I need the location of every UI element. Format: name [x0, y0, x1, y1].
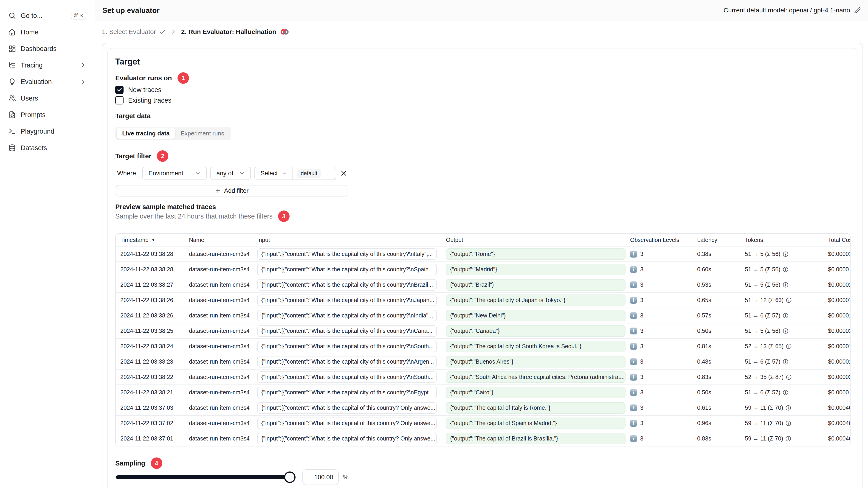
- breadcrumb-step-2-label: 2. Run Evaluator: Hallucination: [181, 28, 276, 36]
- sidebar-item-label: Dashboards: [21, 45, 57, 53]
- column-header-observation-levels[interactable]: Observation Levels: [625, 237, 692, 243]
- table-row[interactable]: 2024-11-22 03:37:02dataset-run-item-cm3s…: [116, 415, 850, 431]
- cell-total-cost: $0.00046 (: [824, 404, 850, 411]
- output-box: {"output":"Rome"}: [446, 248, 625, 260]
- existing-traces-checkbox[interactable]: [115, 96, 124, 104]
- column-header-total-cost[interactable]: Total Cost: [824, 237, 850, 243]
- cell-total-cost: $0.00046 (: [824, 435, 850, 442]
- sampling-section: Sampling 4: [115, 457, 162, 469]
- sidebar-item-playground[interactable]: Playground: [5, 124, 90, 139]
- table-row[interactable]: 2024-11-22 03:37:03dataset-run-item-cm3s…: [116, 400, 850, 415]
- info-square-icon: i: [630, 266, 637, 273]
- table-row[interactable]: 2024-11-22 03:38:23dataset-run-item-cm3s…: [116, 354, 850, 369]
- remove-filter-icon[interactable]: [340, 170, 347, 177]
- sidebar-item-prompts[interactable]: Prompts: [5, 107, 90, 122]
- cell-input: {"input":[{"content":"What is the capita…: [253, 418, 441, 429]
- column-header-name[interactable]: Name: [184, 237, 253, 243]
- sidebar-item-tracing[interactable]: Tracing: [5, 58, 90, 72]
- sidebar-item-dashboards[interactable]: Dashboards: [5, 41, 90, 56]
- search-icon: [8, 12, 16, 20]
- tab-experiment-runs[interactable]: Experiment runs: [175, 128, 229, 139]
- cell-observation-levels: i3: [625, 404, 692, 411]
- table-row[interactable]: 2024-11-22 03:38:27dataset-run-item-cm3s…: [116, 277, 850, 292]
- page-title: Set up evaluator: [102, 6, 160, 15]
- cell-input: {"input":[{"content":"What is the capita…: [253, 310, 441, 321]
- cell-tokens: 51 → 5 (Σ 56): [740, 251, 824, 257]
- step-badge-4: 4: [151, 457, 162, 469]
- add-filter-button[interactable]: Add filter: [116, 185, 347, 196]
- sampling-percent-input[interactable]: 100.00: [303, 469, 339, 485]
- cell-tokens: 52 → 35 (Σ 87): [740, 374, 824, 380]
- cell-name: dataset-run-item-cm3s4: [184, 266, 253, 273]
- new-traces-checkbox[interactable]: [115, 86, 124, 94]
- datasets-icon: [8, 144, 16, 152]
- sidebar-item-users[interactable]: Users: [5, 91, 90, 106]
- table-row[interactable]: 2024-11-22 03:38:25dataset-run-item-cm3s…: [116, 323, 850, 338]
- target-filter-label: Target filter: [115, 152, 151, 160]
- breadcrumb-step-2[interactable]: 2. Run Evaluator: Hallucination: [181, 28, 289, 36]
- sidebar-item-datasets[interactable]: Datasets: [5, 140, 90, 155]
- sidebar-item-label: Prompts: [21, 111, 45, 119]
- column-header-timestamp[interactable]: Timestamp▼: [116, 237, 184, 243]
- sampling-slider[interactable]: [116, 476, 289, 479]
- chevron-right-icon[interactable]: [80, 78, 86, 85]
- info-square-icon: i: [630, 282, 637, 288]
- chevron-right-icon[interactable]: [80, 62, 86, 69]
- info-square-icon: i: [630, 251, 637, 258]
- input-box: {"input":[{"content":"What is the capita…: [257, 402, 437, 414]
- info-circle-icon: [782, 251, 788, 257]
- default-model-text: Current default model: openai / gpt-4.1-…: [723, 7, 850, 14]
- pencil-icon[interactable]: [854, 7, 861, 13]
- cell-observation-levels: i3: [625, 328, 692, 334]
- table-body: 2024-11-22 03:38:28dataset-run-item-cm3s…: [116, 246, 850, 446]
- filter-value-select[interactable]: Select default: [254, 167, 336, 180]
- cell-latency: 0.83s: [692, 374, 740, 380]
- sidebar-item-go-to[interactable]: Go to...⌘ K: [5, 8, 90, 23]
- topbar: Set up evaluator Current default model: …: [95, 0, 868, 21]
- cell-total-cost: $0.000029: [824, 374, 850, 380]
- tab-live-tracing-data[interactable]: Live tracing data: [117, 128, 175, 139]
- existing-traces-option[interactable]: Existing traces: [115, 96, 172, 104]
- table-row[interactable]: 2024-11-22 03:38:22dataset-run-item-cm3s…: [116, 369, 850, 385]
- cell-observation-levels: i3: [625, 312, 692, 319]
- cell-input: {"input":[{"content":"What is the capita…: [253, 433, 441, 445]
- table-row[interactable]: 2024-11-22 03:37:01dataset-run-item-cm3s…: [116, 431, 850, 446]
- table-row[interactable]: 2024-11-22 03:38:26dataset-run-item-cm3s…: [116, 307, 850, 323]
- cell-observation-levels: i3: [625, 297, 692, 304]
- table-row[interactable]: 2024-11-22 03:38:24dataset-run-item-cm3s…: [116, 338, 850, 354]
- cell-output: {"output":"Rome"}: [441, 248, 625, 260]
- info-circle-icon: [785, 436, 791, 442]
- column-header-tokens[interactable]: Tokens: [740, 237, 824, 243]
- cell-latency: 0.48s: [692, 358, 740, 365]
- output-box: {"output":"The capital of Brazil is Bras…: [446, 433, 625, 445]
- cell-observation-levels: i3: [625, 435, 692, 442]
- slider-thumb[interactable]: [284, 471, 296, 483]
- filter-column-select[interactable]: Environment: [143, 167, 207, 180]
- table-row[interactable]: 2024-11-22 03:38:28dataset-run-item-cm3s…: [116, 261, 850, 277]
- sidebar-item-evaluation[interactable]: Evaluation: [5, 74, 90, 89]
- step-badge-2: 2: [157, 150, 168, 162]
- cell-tokens: 51 → 6 (Σ 57): [740, 312, 824, 319]
- output-box: {"output":"The capital city of South Kor…: [446, 340, 625, 352]
- new-traces-option[interactable]: New traces: [115, 86, 161, 94]
- sidebar-item-label: Tracing: [21, 62, 43, 69]
- cell-output: {"output":"Madrid"}: [441, 264, 625, 275]
- table-row[interactable]: 2024-11-22 03:38:26dataset-run-item-cm3s…: [116, 292, 850, 307]
- cell-name: dataset-run-item-cm3s4: [184, 420, 253, 426]
- keyboard-shortcut: ⌘ K: [71, 12, 86, 20]
- chevron-down-icon: [239, 170, 245, 176]
- sidebar-item-home[interactable]: Home: [5, 25, 90, 39]
- info-circle-icon: [782, 313, 788, 319]
- filter-operator-select[interactable]: any of: [210, 167, 251, 180]
- column-header-latency[interactable]: Latency: [692, 237, 740, 243]
- table-row[interactable]: 2024-11-22 03:38:21dataset-run-item-cm3s…: [116, 385, 850, 400]
- runs-on-section: Evaluator runs on 1: [115, 72, 189, 84]
- cell-observation-levels: i3: [625, 282, 692, 288]
- table-row[interactable]: 2024-11-22 03:38:28dataset-run-item-cm3s…: [116, 246, 850, 261]
- sidebar-item-label: Users: [21, 95, 38, 102]
- column-header-input[interactable]: Input: [253, 237, 441, 243]
- cell-tokens: 59 → 11 (Σ 70): [740, 404, 824, 411]
- column-header-output[interactable]: Output: [441, 237, 625, 243]
- breadcrumb-step-1[interactable]: 1. Select Evaluator: [102, 28, 165, 36]
- filter-operator-value: any of: [216, 170, 233, 177]
